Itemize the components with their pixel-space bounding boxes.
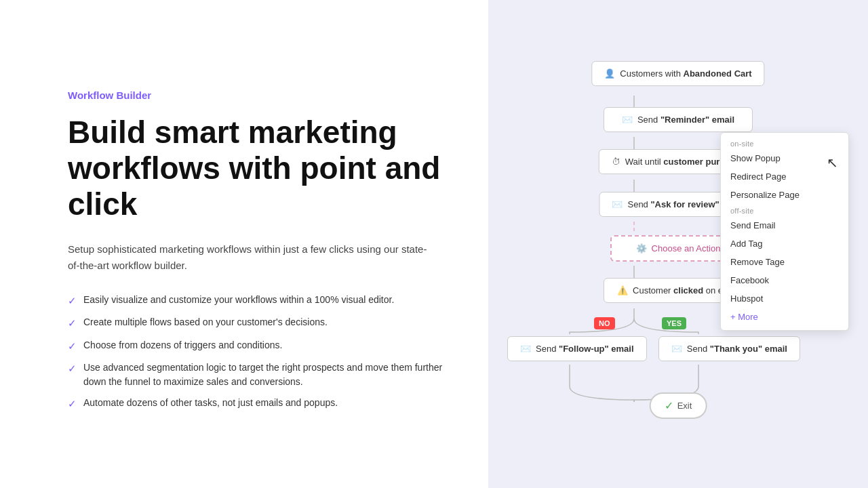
- offsite-section-label: off-site: [721, 204, 848, 216]
- feature-item-3: ✓ Choose from dozens of triggers and con…: [68, 338, 448, 354]
- more-item[interactable]: + More: [721, 308, 848, 326]
- trigger-label: Customers with Abandoned Cart: [620, 68, 751, 79]
- yes-badge: YES: [662, 317, 686, 329]
- warning-icon: ⚠️: [617, 285, 628, 296]
- feature-item-4: ✓ Use advanced segmentation logic to tar…: [68, 361, 448, 389]
- email-icon-3: ✉️: [520, 344, 531, 354]
- hubspot-item[interactable]: Hubspot: [721, 289, 848, 308]
- no-badge: NO: [594, 317, 615, 329]
- thankyou-email-node[interactable]: ✉️ Send "Thank you" email: [658, 336, 800, 361]
- feature-list: ✓ Easily visualize and customize your wo…: [68, 293, 448, 412]
- feature-item-1: ✓ Easily visualize and customize your wo…: [68, 293, 448, 309]
- email-icon-2: ✉️: [612, 199, 623, 209]
- feature-text-3: Choose from dozens of triggers and condi…: [83, 338, 282, 352]
- exit-check-icon: ✓: [665, 399, 673, 412]
- feature-text-1: Easily visualize and customize your work…: [83, 293, 394, 307]
- exit-node[interactable]: ✓ Exit: [650, 392, 707, 419]
- left-panel: Workflow Builder Build smart marketing w…: [0, 0, 488, 488]
- action-dropdown: on-site Show Popup Redirect Page Persona…: [720, 132, 849, 331]
- followup-email-node[interactable]: ✉️ Send "Follow-up" email: [507, 336, 647, 361]
- feature-text-4: Use advanced segmentation logic to targe…: [83, 361, 448, 389]
- thankyou-label: Send "Thank you" email: [687, 344, 787, 354]
- remove-tage-item[interactable]: Remove Tage: [721, 253, 848, 271]
- send-email-item[interactable]: Send Email: [721, 216, 848, 235]
- right-panel: 👤 Customers with Abandoned Cart ✉️ Send …: [488, 0, 868, 488]
- show-popup-item[interactable]: Show Popup: [721, 149, 848, 167]
- check-icon-4: ✓: [68, 361, 77, 377]
- check-icon-3: ✓: [68, 339, 77, 354]
- add-tag-item[interactable]: Add Tag: [721, 235, 848, 253]
- feature-item-5: ✓ Automate dozens of other tasks, not ju…: [68, 396, 448, 412]
- user-icon: 👤: [604, 68, 615, 79]
- onsite-section-label: on-site: [721, 137, 848, 149]
- send-reminder-node[interactable]: ✉️ Send "Reminder" email: [604, 107, 753, 132]
- feature-item-2: ✓ Create multiple flows based on your cu…: [68, 315, 448, 331]
- feature-text-2: Create multiple flows based on your cust…: [83, 315, 328, 329]
- subtext: Setup sophisticated marketing workflows …: [68, 241, 434, 274]
- check-icon-1: ✓: [68, 293, 77, 309]
- trigger-node[interactable]: 👤 Customers with Abandoned Cart: [591, 61, 764, 86]
- check-icon-2: ✓: [68, 316, 77, 331]
- gear-icon: ⚙️: [636, 243, 647, 253]
- followup-label: Send "Follow-up" email: [536, 344, 634, 354]
- headline: Build smart marketing workflows with poi…: [68, 115, 448, 222]
- clock-icon: ⏱: [612, 157, 620, 167]
- workflow-canvas: 👤 Customers with Abandoned Cart ✉️ Send …: [488, 0, 868, 488]
- brand-label: Workflow Builder: [68, 89, 448, 101]
- redirect-page-item[interactable]: Redirect Page: [721, 167, 848, 186]
- send-reminder-label: Send "Reminder" email: [637, 115, 734, 125]
- choose-action-label: Choose an Action: [652, 243, 721, 253]
- exit-label: Exit: [677, 401, 692, 411]
- facebook-item[interactable]: Facebook: [721, 271, 848, 289]
- email-icon-1: ✉️: [622, 115, 633, 125]
- personalize-page-item[interactable]: Personalize Page: [721, 186, 848, 204]
- check-icon-5: ✓: [68, 396, 77, 412]
- feature-text-5: Automate dozens of other tasks, not just…: [83, 396, 338, 410]
- email-icon-4: ✉️: [671, 344, 682, 354]
